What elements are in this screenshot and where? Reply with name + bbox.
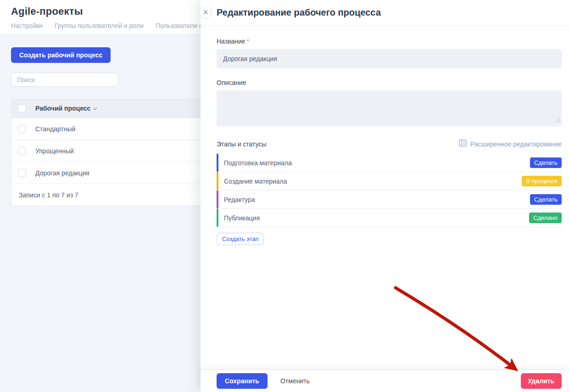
search-input[interactable] [11,73,118,87]
stage-row[interactable]: Редактура Сделать [217,190,562,209]
stage-name: Редактура [224,196,530,203]
stages-section-header: Этапы и статусы Расширенное редактирован… [217,139,562,149]
required-asterisk: * [247,38,249,45]
stage-name: Публикация [224,214,529,222]
save-button[interactable]: Сохранить [217,373,268,389]
close-icon[interactable]: ✕ [199,6,212,19]
stages-list: Подготовка материала Сделать Создание ма… [217,154,562,227]
stage-row[interactable]: Публикация Сделано [217,209,562,227]
row-checkbox[interactable] [18,125,26,133]
create-workflow-button[interactable]: Создать рабочий процесс [11,47,111,63]
tab-settings[interactable]: Настройки [11,22,43,33]
row-checkbox[interactable] [18,169,26,177]
stage-status-badge[interactable]: Сделать [530,194,562,205]
tab-user-groups-roles[interactable]: Группы пользователей и роли [55,22,144,33]
description-field-wrap [217,90,562,128]
stage-row[interactable]: Подготовка материала Сделать [217,154,562,172]
stage-color-bar [217,190,218,208]
edit-workflow-panel: ✕ Редактирование рабочего процесса Назва… [201,0,569,392]
select-all-checkbox[interactable] [18,104,26,112]
delete-button[interactable]: Удалить [521,373,562,389]
name-field[interactable] [217,49,562,68]
sort-chevron-down-icon[interactable] [92,106,98,112]
stages-label: Этапы и статусы [217,140,267,148]
cancel-button[interactable]: Отменить [280,377,310,385]
stage-name: Создание материала [224,178,522,185]
stage-color-bar [217,154,218,172]
workflow-name: Стандартный [35,125,75,133]
layout-list-icon [459,139,467,149]
description-field-label: Описание [217,79,562,86]
panel-header: ✕ Редактирование рабочего процесса [201,0,569,26]
stage-status-badge[interactable]: Сделать [530,157,562,168]
panel-content: Название* Описание Этапы и статусы Расши… [201,26,569,245]
stage-name: Подготовка материала [224,159,530,167]
stage-color-bar [217,172,218,190]
create-stage-button[interactable]: Создать этап [217,233,264,245]
panel-footer: Сохранить Отменить Удалить [201,370,569,392]
stage-status-badge[interactable]: Сделано [529,213,562,223]
stage-color-bar [217,209,218,227]
records-count: Записи с 1 по 7 из 7 [19,191,78,199]
panel-title: Редактирование рабочего процесса [217,7,381,18]
row-checkbox[interactable] [18,147,26,155]
workflow-name: Упрощенный [35,147,74,155]
advanced-edit-link[interactable]: Расширенное редактирование [459,139,562,149]
stage-status-badge[interactable]: В процессе [522,176,562,186]
description-field[interactable] [217,90,562,126]
workflow-name: Дорогая редакция [35,169,89,177]
column-header-workflow[interactable]: Рабочий процесс [35,105,98,112]
stage-row[interactable]: Создание материала В процессе [217,172,562,190]
name-field-label: Название* [217,38,562,45]
